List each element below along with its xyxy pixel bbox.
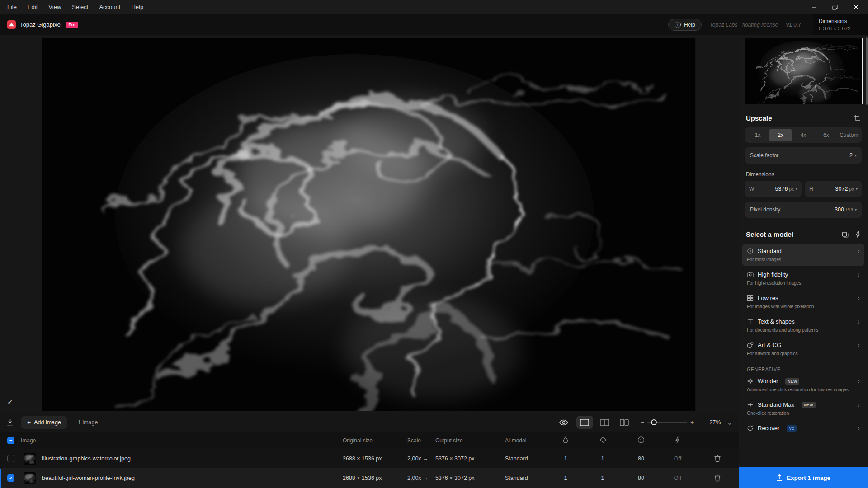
menu-edit[interactable]: Edit bbox=[22, 0, 43, 14]
scale-option-custom[interactable]: Custom bbox=[838, 129, 860, 141]
model-item-text-shapes[interactable]: Text & shapes › For documents and strong… bbox=[742, 314, 864, 337]
zoom-slider-knob[interactable] bbox=[651, 419, 657, 425]
menu-select[interactable]: Select bbox=[66, 0, 94, 14]
single-view-icon bbox=[580, 419, 589, 426]
model-item-standard-max[interactable]: Standard Max NEW › One-click restoration bbox=[742, 397, 864, 420]
generative-section-label: GENERATIVE bbox=[747, 367, 860, 372]
chevron-right-icon: › bbox=[857, 401, 860, 408]
close-button[interactable] bbox=[845, 0, 866, 14]
single-view-button[interactable] bbox=[576, 416, 593, 429]
minimize-button[interactable] bbox=[804, 0, 825, 14]
model-item-standard[interactable]: Standard › For most images bbox=[742, 244, 864, 266]
pixel-density-label: Pixel density bbox=[750, 206, 780, 213]
height-input[interactable]: H 3072 px ▾ bbox=[805, 181, 862, 197]
model-list: Standard › For most images High fidelity… bbox=[739, 244, 868, 436]
chevron-right-icon: › bbox=[857, 271, 860, 278]
chevron-right-icon: › bbox=[857, 294, 860, 302]
zoom-slider[interactable] bbox=[647, 422, 687, 423]
compare-previews-button[interactable] bbox=[842, 231, 849, 238]
row-checkbox-checked[interactable]: ✓ bbox=[7, 474, 14, 482]
height-label: H bbox=[809, 186, 813, 192]
pixel-density-input[interactable]: Pixel density 300 PPI ▾ bbox=[745, 202, 862, 218]
delete-row-button[interactable] bbox=[714, 455, 721, 462]
zoom-out-button[interactable]: − bbox=[637, 419, 647, 426]
scale-option-1x[interactable]: 1x bbox=[746, 129, 769, 141]
add-image-label: Add image bbox=[34, 419, 61, 426]
width-input[interactable]: W 5376 px ▾ bbox=[745, 181, 802, 197]
restore-button[interactable] bbox=[825, 0, 845, 14]
trash-icon bbox=[714, 474, 721, 482]
help-label: Help bbox=[684, 22, 695, 28]
row-thumbnail bbox=[24, 453, 36, 465]
zoom-level[interactable]: 27% bbox=[703, 419, 721, 426]
sidebar-scrollbar[interactable] bbox=[866, 37, 868, 105]
standard-model-icon bbox=[747, 248, 754, 254]
export-icon bbox=[776, 474, 783, 481]
app-window: File Edit View Select Account Help Topaz… bbox=[0, 0, 868, 488]
menu-view[interactable]: View bbox=[43, 0, 66, 14]
table-row[interactable]: illustration-graphics-watercolor.jpeg 26… bbox=[0, 449, 739, 468]
close-icon bbox=[853, 4, 859, 10]
new-badge: NEW bbox=[785, 378, 799, 385]
scale-options-group: 1x 2x 4x 6x Custom bbox=[745, 127, 862, 143]
column-ai-model: AI model bbox=[505, 437, 526, 444]
row-checkbox[interactable] bbox=[7, 455, 14, 462]
canvas-status-check-icon: ✓ bbox=[7, 398, 13, 406]
topaz-logo-icon bbox=[7, 20, 16, 29]
delete-row-button[interactable] bbox=[714, 474, 721, 482]
chevron-right-icon: › bbox=[857, 341, 860, 349]
menu-help[interactable]: Help bbox=[126, 0, 149, 14]
original-size: 2688 × 1536 px bbox=[343, 455, 382, 462]
scale-value: 2,00x → bbox=[407, 455, 429, 462]
zoom-in-button[interactable]: + bbox=[687, 419, 697, 426]
face-recovery-value: 80 bbox=[632, 455, 650, 462]
sharpen-column-icon bbox=[600, 436, 606, 444]
export-button[interactable]: Export 1 image bbox=[739, 467, 868, 488]
ai-model-value: Standard bbox=[505, 475, 528, 481]
file-table: – Image Original size Scale Output size … bbox=[0, 432, 739, 488]
scale-factor-input[interactable]: Scale factor 2 x bbox=[745, 147, 862, 164]
table-row-selected[interactable]: ✓ beautiful-girl-woman-profile-fnvk.jpeg… bbox=[0, 468, 739, 488]
zoom-menu-chevron-icon[interactable]: ⌄ bbox=[727, 419, 732, 426]
height-value: 3072 bbox=[835, 186, 848, 192]
import-button[interactable] bbox=[6, 418, 14, 426]
model-item-low-res[interactable]: Low res › For images with visible pixela… bbox=[742, 291, 864, 313]
model-item-wonder[interactable]: Wonder NEW › Advanced one-click restorat… bbox=[742, 374, 864, 396]
select-all-checkbox[interactable]: – bbox=[7, 437, 14, 444]
face-recovery-column-icon bbox=[637, 436, 645, 445]
split-view-button[interactable] bbox=[596, 416, 613, 429]
crop-icon bbox=[854, 115, 861, 122]
scale-value: 2,00x → bbox=[407, 475, 429, 481]
dimensions-value: 5 376 × 3 072 bbox=[819, 26, 862, 31]
canvas-viewport[interactable]: ✓ bbox=[0, 35, 739, 413]
chevron-right-icon: › bbox=[857, 247, 860, 255]
auto-model-button[interactable] bbox=[854, 231, 861, 238]
scale-option-4x[interactable]: 4x bbox=[792, 129, 815, 141]
image-count: 1 image bbox=[78, 419, 98, 426]
scale-factor-unit: x bbox=[854, 153, 857, 158]
model-item-recover[interactable]: Recover V2 › bbox=[742, 421, 864, 436]
column-original-size: Original size bbox=[343, 437, 373, 444]
app-title: Topaz Gigapixel bbox=[20, 21, 62, 28]
help-button[interactable]: i Help bbox=[668, 19, 702, 31]
file-name: illustration-graphics-watercolor.jpeg bbox=[42, 455, 131, 462]
model-item-high-fidelity[interactable]: High fidelity › For high-resolution imag… bbox=[742, 267, 864, 290]
output-dimensions-box: Dimensions 5 376 × 3 072 bbox=[813, 14, 868, 35]
navigation-thumbnail[interactable] bbox=[745, 38, 863, 104]
add-image-button[interactable]: + Add image bbox=[21, 416, 67, 429]
sidebar: Upscale 1x 2x 4x 6x Custom Scale factor … bbox=[739, 35, 868, 488]
caret-down-icon: ▾ bbox=[856, 187, 858, 191]
scale-option-2x[interactable]: 2x bbox=[769, 129, 792, 141]
import-icon bbox=[6, 418, 14, 426]
compare-icon bbox=[842, 231, 849, 238]
high-fidelity-model-icon bbox=[747, 271, 754, 278]
recover-model-icon bbox=[747, 425, 754, 432]
text-shapes-model-icon bbox=[747, 318, 754, 325]
crop-button[interactable] bbox=[854, 115, 861, 122]
side-by-side-view-button[interactable] bbox=[616, 416, 633, 429]
menu-file[interactable]: File bbox=[2, 0, 22, 14]
menu-account[interactable]: Account bbox=[94, 0, 126, 14]
preview-original-button[interactable] bbox=[559, 419, 568, 426]
scale-option-6x[interactable]: 6x bbox=[815, 129, 837, 141]
model-item-art-cg[interactable]: Art & CG › For artwork and graphics bbox=[742, 338, 864, 360]
